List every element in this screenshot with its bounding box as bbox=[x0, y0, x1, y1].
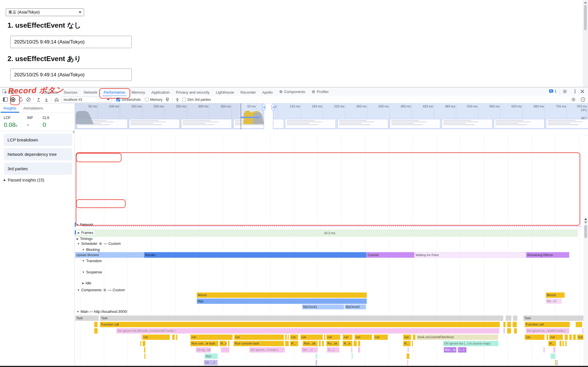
flame-bar-run[interactable]: run bbox=[190, 334, 233, 340]
flame-bar[interactable] bbox=[413, 334, 416, 340]
flame-bar[interactable] bbox=[288, 334, 289, 340]
flame-bar[interactable] bbox=[547, 334, 548, 340]
flame-bar[interactable] bbox=[543, 347, 545, 353]
flame-bar[interactable] bbox=[221, 347, 229, 353]
track-label-blocking[interactable]: ▼Blocking bbox=[82, 248, 100, 252]
tab-profiler[interactable]: Profiler bbox=[308, 87, 332, 96]
datetime-input-2[interactable] bbox=[10, 69, 132, 81]
flame-bar[interactable] bbox=[513, 322, 517, 327]
flame-bar[interactable] bbox=[503, 328, 505, 334]
track-label-suspense[interactable]: ▼Suspense bbox=[82, 270, 102, 274]
flame-bar-o-[interactable]: O...) bbox=[327, 347, 339, 353]
filmstrip-thumbnail[interactable] bbox=[337, 119, 388, 128]
flame-bar-run-sk[interactable]: Run...sk bbox=[303, 341, 318, 346]
flame-bar[interactable] bbox=[358, 341, 360, 346]
flame-bar-app[interactable]: App bbox=[204, 353, 218, 359]
flame-bar-hook-oncommitfiberroot[interactable]: hook.onCommitFiberRoot bbox=[416, 334, 498, 340]
tab-performance[interactable]: Performance bbox=[100, 88, 128, 97]
flame-bar-on-ignore-lis-les-node-[interactable]: On ignore lis...les¥/|^node:) bbox=[526, 328, 569, 334]
flame-bar[interactable] bbox=[573, 334, 576, 340]
flame-bar[interactable] bbox=[565, 341, 567, 346]
flame-bar[interactable] bbox=[407, 353, 409, 359]
flame-bar[interactable] bbox=[354, 341, 357, 346]
sidebar-tab-insights[interactable]: Insights bbox=[0, 103, 20, 113]
capture-settings-gear-icon[interactable] bbox=[571, 97, 576, 102]
flame-bar-rec-le[interactable]: Rec...le bbox=[444, 347, 456, 353]
flame-bar-on-ignore-list-t-in-source-map-[interactable]: On ignore list (...t in source map) bbox=[443, 341, 498, 346]
flame-bar[interactable] bbox=[322, 341, 324, 346]
insight-card-network-dependency-tree[interactable]: Network dependency tree bbox=[4, 148, 72, 160]
tab-privacy-and-security[interactable]: Privacy and security bbox=[173, 88, 213, 97]
filmstrip-thumbnail[interactable] bbox=[442, 119, 492, 128]
flame-bar-waiting-for-paint[interactable]: Waiting for Paint bbox=[414, 252, 526, 258]
flame-bar[interactable] bbox=[513, 315, 517, 321]
filmstrip-thumbnail[interactable] bbox=[129, 119, 180, 128]
flame-bar-on-[interactable]: On ...:) bbox=[204, 360, 218, 365]
flame-bar[interactable] bbox=[551, 353, 555, 359]
flame-bar-r-k[interactable]: R...k bbox=[343, 341, 352, 346]
flame-bar-run[interactable]: run bbox=[403, 334, 411, 340]
flame-bar[interactable] bbox=[514, 328, 517, 334]
record-button[interactable] bbox=[10, 97, 16, 103]
tab-components[interactable]: Components bbox=[276, 87, 309, 96]
flame-bar[interactable] bbox=[565, 334, 568, 340]
flame-bar-update-blocked[interactable]: Update Blocked bbox=[75, 252, 144, 258]
flame-bar-run[interactable]: run bbox=[354, 334, 372, 340]
flame-bar-task[interactable]: Task bbox=[100, 315, 503, 321]
datetime-input-1[interactable] bbox=[10, 36, 132, 48]
flame-bar-task[interactable]: Task bbox=[523, 315, 583, 321]
flame-bar-run[interactable]: run bbox=[234, 334, 284, 340]
flame-bar[interactable] bbox=[507, 322, 511, 327]
flame-bar-commit[interactable]: Commit bbox=[367, 252, 414, 258]
flame-bar-mount[interactable]: Mount bbox=[546, 292, 565, 298]
tab-recorder[interactable]: Recorder bbox=[237, 88, 259, 97]
flame-bar-on-ignore-list-node-modules-node-[interactable]: On ignore list (¥/node_modules¥/|^node:) bbox=[116, 328, 499, 334]
flame-bar-myclock2[interactable]: MyClock2 bbox=[345, 304, 366, 309]
flame-bar-l-t[interactable]: L...t bbox=[458, 347, 466, 353]
flame-bar[interactable] bbox=[143, 341, 145, 346]
sidebar-tab-annotations[interactable]: Annotations bbox=[20, 103, 47, 113]
flame-bar[interactable] bbox=[94, 328, 98, 334]
flame-bar[interactable] bbox=[407, 360, 408, 365]
flame-bar[interactable] bbox=[316, 360, 317, 365]
filmstrip-thumbnail[interactable] bbox=[494, 119, 545, 128]
feedback-button[interactable]: 1 bbox=[549, 89, 557, 94]
flame-bar-on-ignore-node-[interactable]: On ignore...|^node:) bbox=[249, 347, 285, 353]
flame-bar-r-[interactable]: R... bbox=[290, 341, 298, 346]
home-icon[interactable] bbox=[54, 97, 59, 103]
tracks-scrollbar[interactable] bbox=[583, 216, 588, 367]
flame-bar[interactable] bbox=[94, 322, 98, 327]
download-icon[interactable] bbox=[43, 97, 49, 103]
flame-bar-run-con-le-task[interactable]: Run con...le task bbox=[190, 341, 218, 346]
flame-bar[interactable] bbox=[407, 347, 409, 353]
insight-card-lcp-breakdown[interactable]: LCP breakdown bbox=[4, 134, 72, 146]
clear-icon[interactable] bbox=[26, 97, 31, 103]
scroll-up-icon[interactable] bbox=[584, 1, 587, 3]
flame-bar-on-[interactable]: On ...:) bbox=[301, 347, 318, 353]
flame-bar[interactable] bbox=[506, 315, 511, 321]
kebab-menu-icon[interactable] bbox=[573, 89, 577, 94]
flame-bar-run[interactable]: run bbox=[549, 334, 563, 340]
flame-bar[interactable] bbox=[507, 328, 511, 334]
settings-gear-icon[interactable] bbox=[562, 89, 567, 94]
flame-bar-myclock1[interactable]: MyClock1 bbox=[302, 304, 344, 309]
flame-bar[interactable] bbox=[412, 341, 413, 346]
timezone-select[interactable]: 東京 (Asia/Tokyo) bbox=[6, 8, 84, 16]
flame-bar-run[interactable]: run bbox=[300, 334, 323, 340]
flame-bar-on-ig-ode-[interactable]: On ig...ode:) bbox=[196, 347, 211, 353]
garbage-collect-icon[interactable] bbox=[164, 97, 170, 103]
flame-bar-function-call[interactable]: Function call bbox=[100, 322, 500, 327]
flame-bar-run[interactable]: run bbox=[525, 334, 545, 340]
history-select[interactable]: localhost #3 bbox=[61, 97, 112, 103]
flame-bar-run[interactable]: run bbox=[326, 334, 340, 340]
inspect-icon[interactable] bbox=[2, 89, 7, 94]
scroll-down-icon[interactable] bbox=[584, 222, 587, 224]
page-scrollbar[interactable] bbox=[583, 0, 588, 87]
checkbox-box[interactable] bbox=[182, 98, 186, 101]
help-icon[interactable]: ? bbox=[581, 97, 585, 102]
filmstrip-thumbnail[interactable] bbox=[546, 119, 588, 128]
filmstrip-thumbnail[interactable] bbox=[181, 119, 232, 128]
flame-bar[interactable] bbox=[319, 341, 321, 346]
tab-memory[interactable]: Memory bbox=[128, 88, 148, 97]
flame-bar-run[interactable]: run bbox=[290, 334, 298, 340]
